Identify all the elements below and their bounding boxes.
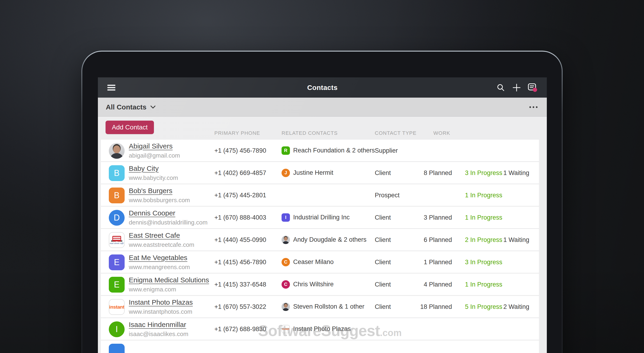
primary-phone-cell: +1 (475) 456-7890 [214,147,266,154]
contact-subtext: www.instantphotos.com [129,308,193,315]
contact-avatar [109,344,124,353]
work-in-progress-cell: 1 In Progress [465,191,502,199]
work-in-progress-cell: 2 In Progress [465,236,502,243]
contacts-table: Abigail Silvers abigail@gmail.com +1 (47… [101,140,539,353]
contact-identity: Enigma Medical Solutions www.enigma.com [129,276,209,293]
work-in-progress-cell: 5 In Progress [465,303,502,310]
bus-logo-icon: east street café [110,236,124,245]
related-label: Chris Wiltshire [293,281,334,288]
contact-name-link[interactable]: Eat Me Vegetables [129,254,188,261]
avatar-letter: I [116,325,118,334]
work-waiting-cell: 1 Waiting [503,236,530,243]
table-row[interactable] [101,341,539,353]
table-row[interactable]: E Eat Me Vegetables www.meangreens.com +… [101,251,539,274]
work-planned-cell: 8 Planned [408,169,452,176]
work-waiting-cell: 2 Waiting [503,303,530,310]
work-planned-cell: 4 Planned [408,281,452,288]
work-waiting-cell: 1 Waiting [503,169,530,176]
related-cell: I Industrial Drilling Inc [282,213,350,222]
related-label: Instant Photo Plazas [293,325,351,333]
contact-type-cell: Client [375,169,391,176]
search-icon[interactable] [496,82,506,93]
tablet-device-frame: Contacts [81,51,563,353]
contact-subtext: www.eaststreetcafe.com [129,241,194,248]
contact-identity: East Street Cafe www.eaststreetcafe.com [129,231,194,248]
related-cell: R Reach Foundation & 2 others [282,146,375,155]
related-cell: C Ceaser Milano [282,258,334,266]
contact-name-link[interactable]: Instant Photo Plazas [129,298,193,306]
related-cell: C Chris Wiltshire [282,280,334,289]
related-cell: instant Instant Photo Plazas [282,325,351,333]
contact-subtext: www.enigma.com [129,286,209,293]
work-in-progress-cell: 3 In Progress [465,258,502,266]
related-badge [282,303,290,311]
more-options-icon[interactable] [530,106,538,108]
related-cell: Steven Rollston & 1 other [282,303,364,311]
contact-identity: Bob's Burgers www.bobsburgers.com [129,187,190,204]
avatar-letter: E [114,280,120,290]
contact-name-link[interactable]: Isaac Hindenmillar [129,321,186,328]
chevron-down-icon [150,105,156,109]
primary-phone-cell: +1 (672) 688-9830 [214,325,266,333]
table-row[interactable]: D Dennis Cooper dennis@industrialdrillin… [101,207,539,229]
contact-name-link[interactable]: Dennis Cooper [129,209,175,217]
table-row[interactable]: I Isaac Hindenmillar isaac@isaaclikes.co… [101,318,539,341]
table-row[interactable]: east street café East Street Cafe www.ea… [101,229,539,251]
related-cell: J Justine Hermit [282,169,334,177]
primary-phone-cell: +1 (475) 445-2801 [214,191,266,199]
contact-name-link[interactable]: Abigail Silvers [129,142,172,150]
contact-type-cell: Client [375,258,391,266]
contact-list-selector[interactable]: All Contacts [106,103,156,111]
table-row[interactable]: B Baby City www.babycity.com +1 (402) 66… [101,162,539,184]
primary-phone-cell: +1 (440) 455-0990 [214,236,266,243]
related-badge: C [282,258,290,266]
contact-type-cell: Client [375,303,391,310]
column-header-contact-type: CONTACT TYPE [375,130,416,136]
work-planned-cell: 6 Planned [408,236,452,243]
filter-label: All Contacts [106,103,146,111]
related-badge [282,236,290,244]
related-badge: J [282,169,290,177]
page-title: Contacts [98,84,547,92]
contact-avatar: D [109,210,124,226]
contact-avatar: east street café [109,232,124,248]
contact-subtext: www.bobsburgers.com [129,196,190,204]
contact-name-link[interactable]: Enigma Medical Solutions [129,276,209,284]
primary-phone-cell: +1 (415) 456-7890 [214,258,266,266]
work-in-progress-cell: 1 In Progress [465,214,502,221]
contact-avatar: instant [109,299,124,315]
contact-name-link[interactable]: East Street Cafe [129,231,180,239]
contact-identity: Instant Photo Plazas www.instantphotos.c… [129,298,193,315]
table-column-headers: PRIMARY PHONE RELATED CONTACTS CONTACT T… [98,130,547,138]
column-header-related-contacts: RELATED CONTACTS [282,130,338,136]
contact-avatar: E [109,277,124,293]
avatar-letter: E [114,258,120,267]
contact-identity: Dennis Cooper dennis@industrialdrilling.… [129,209,208,226]
contact-type-cell: Client [375,236,391,243]
work-planned-cell: 18 Planned [408,303,452,310]
app-top-bar: Contacts [98,77,547,98]
contact-subtext: abigail@gmail.com [129,152,180,159]
related-label: Justine Hermit [293,169,334,176]
contact-name-link[interactable]: Bob's Burgers [129,187,172,195]
primary-phone-cell: +1 (402) 669-4857 [214,169,266,176]
bus-logo-body [112,236,121,241]
notes-badge-icon[interactable] [527,82,538,93]
contacts-page-body: Add Contact PRIMARY PHONE RELATED CONTAC… [98,117,547,353]
table-row[interactable]: instant Instant Photo Plazas www.instant… [101,296,539,318]
contact-identity: Isaac Hindenmillar isaac@isaaclikes.com [129,321,188,338]
table-row[interactable]: E Enigma Medical Solutions www.enigma.co… [101,274,539,296]
plus-icon[interactable] [512,82,522,93]
contact-type-cell: Supplier [375,147,398,154]
primary-phone-cell: +1 (670) 888-4003 [214,214,266,221]
contact-name-link[interactable]: Baby City [129,164,158,172]
column-header-primary-phone: PRIMARY PHONE [214,130,260,136]
related-label: Ceaser Milano [293,258,334,266]
related-label: Reach Foundation & 2 others [293,147,375,154]
contact-avatar: I [109,321,124,337]
list-filter-bar: All Contacts [98,98,547,117]
related-label: Industrial Drilling Inc [293,214,350,221]
table-row[interactable]: Abigail Silvers abigail@gmail.com +1 (47… [101,140,539,162]
table-row[interactable]: B Bob's Burgers www.bobsburgers.com +1 (… [101,184,539,207]
related-label: Andy Dougdale & 2 others [293,236,366,243]
